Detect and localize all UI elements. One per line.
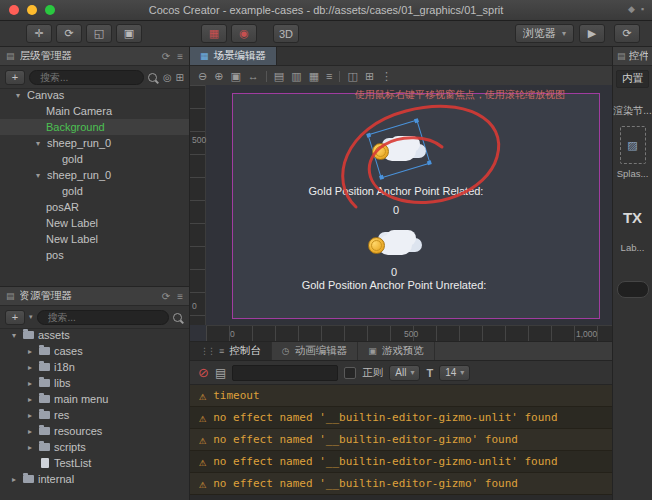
log-row[interactable]: ⚠timeout — [190, 385, 612, 407]
asset-folder-internal[interactable]: ▸internal — [0, 471, 189, 487]
clear-console-icon[interactable]: ⊘ — [198, 365, 209, 380]
asset-folder-cases[interactable]: ▸cases — [0, 343, 189, 359]
hierarchy-node-canvas[interactable]: ▾Canvas — [0, 87, 189, 103]
asset-folder-resources[interactable]: ▸resources — [0, 423, 189, 439]
close-button[interactable] — [9, 5, 19, 15]
gold-coin-sprite[interactable] — [372, 143, 389, 160]
chevron-right-icon[interactable]: ▸ — [28, 411, 39, 420]
scene-view[interactable]: 500 0 0 500 1,000 使用鼠标右键平移视窗焦点，使用滚轮缩放视图 … — [190, 85, 612, 341]
asset-folder-scripts[interactable]: ▸scripts — [0, 439, 189, 455]
rect-tool-button[interactable]: ▣ — [116, 24, 142, 43]
search-icon[interactable] — [173, 313, 182, 322]
hierarchy-node-new-label-2[interactable]: New Label — [0, 231, 189, 247]
tab-animation-editor[interactable]: ◷ 动画编辑器 — [272, 342, 358, 360]
sheep-sprite-node-1[interactable] — [374, 129, 424, 171]
log-file-icon[interactable]: ▤ — [215, 366, 226, 380]
refresh-icon[interactable]: ⟳ — [162, 51, 170, 62]
log-row[interactable]: ⚠no effect named '__builtin-editor-gizmo… — [190, 429, 612, 451]
frame-selection-icon[interactable]: ▣ — [230, 70, 240, 83]
chevron-right-icon[interactable]: ▸ — [28, 379, 39, 388]
scene-canvas[interactable]: 使用鼠标右键平移视窗焦点，使用滚轮缩放视图 Gold Position Anch… — [206, 85, 612, 325]
align-left-icon[interactable]: ▤ — [274, 70, 284, 83]
zoom-in-icon[interactable]: ⊕ — [214, 70, 223, 83]
tab-builtin[interactable]: 内置 — [616, 70, 649, 88]
hierarchy-node-gold-1[interactable]: gold — [0, 151, 189, 167]
hierarchy-node-gold-2[interactable]: gold — [0, 183, 189, 199]
hierarchy-node-main-camera[interactable]: Main Camera — [0, 103, 189, 119]
asset-folder-main-menu[interactable]: ▸main menu — [0, 391, 189, 407]
chevron-right-icon[interactable]: ▸ — [12, 475, 23, 484]
browser-dropdown[interactable]: 浏览器 ▾ — [515, 24, 574, 43]
search-icon[interactable] — [148, 73, 157, 82]
play-button[interactable]: ▶ — [579, 24, 605, 43]
scale-tool-button[interactable]: ◱ — [86, 24, 112, 43]
chevron-right-icon[interactable]: ▸ — [28, 443, 39, 452]
log-row[interactable]: ⚠no effect named '__builtin-editor-gizmo… — [190, 407, 612, 429]
assets-search[interactable] — [37, 310, 169, 325]
chevron-right-icon[interactable]: ▸ — [28, 427, 39, 436]
chevron-down-icon[interactable]: ▾ — [36, 171, 47, 180]
log-row[interactable]: ⚠no effect named '__builtin-editor-gizmo… — [190, 451, 612, 473]
refresh-icon[interactable]: ⟳ — [162, 291, 170, 302]
hierarchy-search-input[interactable] — [38, 71, 135, 84]
add-asset-button[interactable]: + — [5, 310, 25, 325]
tab-scene-editor[interactable]: ▦ 场景编辑器 — [190, 47, 277, 65]
hierarchy-node-sheep-run-2[interactable]: ▾sheep_run_0 — [0, 167, 189, 183]
chevron-down-icon[interactable]: ▾ — [16, 91, 27, 100]
hierarchy-search[interactable] — [29, 70, 144, 85]
chevron-down-icon[interactable]: ▾ — [29, 313, 33, 321]
scale-icon: ◱ — [94, 27, 104, 40]
chevron-right-icon[interactable]: ▸ — [28, 363, 39, 372]
expand-icon[interactable]: ⊞ — [176, 72, 184, 83]
log-level-dropdown[interactable]: All ▾ — [389, 365, 420, 381]
distribute-icon[interactable]: ◫ — [347, 70, 357, 83]
refresh-button[interactable]: ⟳ — [614, 24, 640, 43]
hierarchy-node-pos[interactable]: pos — [0, 247, 189, 263]
tab-label: 动画编辑器 — [295, 344, 348, 358]
align-right-icon[interactable]: ▦ — [309, 70, 319, 83]
zoom-button[interactable] — [45, 5, 55, 15]
gold-coin-sprite[interactable] — [368, 237, 385, 254]
align-stretch-icon[interactable]: ≡ — [326, 70, 332, 82]
chevron-down-icon[interactable]: ▾ — [12, 331, 23, 340]
zoom-out-icon[interactable]: ⊖ — [198, 70, 207, 83]
asset-folder-assets[interactable]: ▾assets — [0, 327, 189, 343]
grid-icon[interactable]: ⊞ — [365, 70, 374, 83]
align-center-icon[interactable]: ▥ — [291, 70, 301, 83]
console-filter-input[interactable] — [232, 365, 338, 381]
log-row[interactable]: ⚠no effect named '__builtin-editor-gizmo… — [190, 473, 612, 495]
hierarchy-node-posar[interactable]: posAR — [0, 199, 189, 215]
chevron-right-icon[interactable]: ▸ — [28, 395, 39, 404]
record-button[interactable]: ◉ — [231, 24, 257, 43]
sheep-sprite-node-2[interactable] — [370, 223, 420, 265]
menu-icon[interactable]: ≡ — [177, 51, 183, 62]
asset-folder-res[interactable]: ▸res — [0, 407, 189, 423]
library-item-sprite[interactable]: ▨ — [620, 126, 646, 164]
more-icon[interactable]: ⋮ — [381, 70, 392, 83]
locate-icon[interactable]: ◎ — [163, 72, 172, 83]
reset-view-icon[interactable]: ↔ — [248, 70, 259, 82]
library-item-richtext[interactable]: TX — [613, 209, 652, 226]
scene-color-button[interactable]: ▦ — [201, 24, 227, 43]
hierarchy-node-sheep-run-1[interactable]: ▾sheep_run_0 — [0, 135, 189, 151]
3d-mode-button[interactable]: 3D — [273, 24, 299, 43]
rotate-tool-button[interactable]: ⟳ — [56, 24, 82, 43]
chevron-down-icon[interactable]: ▾ — [36, 139, 47, 148]
tab-game-preview[interactable]: ▣ 游戏预览 — [358, 342, 435, 360]
hierarchy-node-background[interactable]: Background — [0, 119, 189, 135]
font-size-dropdown[interactable]: 14 ▾ — [439, 365, 470, 381]
regex-checkbox[interactable] — [344, 367, 356, 379]
hierarchy-node-new-label-1[interactable]: New Label — [0, 215, 189, 231]
chevron-right-icon[interactable]: ▸ — [28, 347, 39, 356]
asset-folder-libs[interactable]: ▸libs — [0, 375, 189, 391]
asset-folder-i18n[interactable]: ▸i18n — [0, 359, 189, 375]
tab-console[interactable]: ⋮⋮ ≡ 控制台 — [190, 342, 272, 360]
assets-search-input[interactable] — [46, 311, 160, 324]
move-tool-button[interactable]: ✛ — [26, 24, 52, 43]
menu-icon[interactable]: ≡ — [177, 291, 183, 302]
add-node-button[interactable]: + — [5, 70, 25, 85]
asset-file-testlist[interactable]: TestList — [0, 455, 189, 471]
log-text: timeout — [213, 389, 259, 402]
minimize-button[interactable] — [27, 5, 37, 15]
panel-icon: ▤ — [6, 51, 15, 61]
